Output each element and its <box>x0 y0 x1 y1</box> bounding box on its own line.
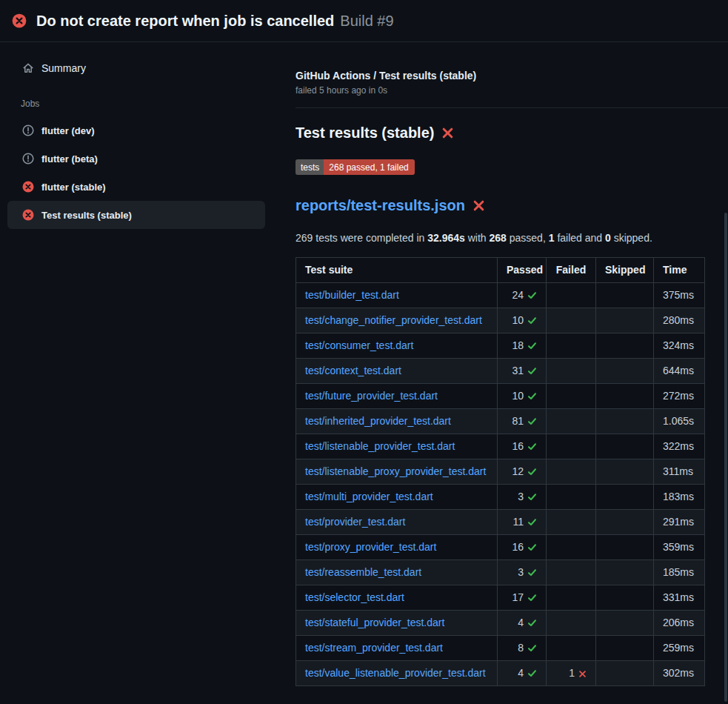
column-header-time: Time <box>654 258 705 283</box>
test-suite-link[interactable]: test/listenable_provider_test.dart <box>305 440 455 452</box>
table-row: test/future_provider_test.dart10272ms <box>296 384 705 409</box>
table-row: test/stream_provider_test.dart8259ms <box>296 636 705 661</box>
test-suite-link[interactable]: test/change_notifier_provider_test.dart <box>305 314 482 326</box>
sidebar-item-test-results-stable[interactable]: Test results (stable) <box>7 201 265 229</box>
test-results-table: Test suitePassedFailedSkippedTime test/b… <box>295 257 705 686</box>
passed-count: 16 <box>512 440 524 452</box>
test-suite-link[interactable]: test/reassemble_test.dart <box>305 566 421 578</box>
test-suite-link[interactable]: test/selector_test.dart <box>305 591 404 603</box>
failed-count: 1 <box>569 667 575 679</box>
failed-cell <box>547 434 596 459</box>
suite-cell: test/reassemble_test.dart <box>296 560 498 585</box>
suite-cell: test/listenable_proxy_provider_test.dart <box>296 459 498 485</box>
failed-cell <box>547 308 596 333</box>
suite-cell: test/change_notifier_provider_test.dart <box>296 308 498 333</box>
skipped-cell <box>596 308 654 333</box>
passed-count: 8 <box>518 642 524 654</box>
time-cell: 644ms <box>654 359 705 384</box>
failed-cell <box>547 384 596 409</box>
suite-cell: test/future_provider_test.dart <box>296 384 498 409</box>
badge-label: tests <box>295 159 324 175</box>
report-file-link[interactable]: reports/test-results.json <box>295 197 465 214</box>
passed-cell: 4 <box>498 611 547 636</box>
status-line: failed 5 hours ago in 0s <box>295 85 705 96</box>
x-icon <box>578 666 587 680</box>
suite-cell: test/context_test.dart <box>296 359 498 384</box>
passed-count: 12 <box>512 465 524 477</box>
suite-cell: test/selector_test.dart <box>296 585 498 611</box>
check-icon <box>527 591 537 605</box>
column-header-skipped: Skipped <box>596 258 654 283</box>
report-file-heading: reports/test-results.json <box>295 197 705 214</box>
skipped-cell <box>596 560 654 585</box>
job-label: flutter (beta) <box>41 153 98 165</box>
time-cell: 311ms <box>654 459 705 485</box>
check-icon <box>527 540 537 554</box>
check-icon <box>527 288 537 302</box>
skipped-cell <box>596 661 654 686</box>
table-row: test/consumer_test.dart18324ms <box>296 333 705 359</box>
test-suite-link[interactable]: test/multi_provider_test.dart <box>305 491 433 502</box>
passed-cell: 3 <box>498 560 547 585</box>
scrollbar[interactable] <box>724 213 727 702</box>
test-suite-link[interactable]: test/listenable_proxy_provider_test.dart <box>305 465 486 477</box>
test-suite-link[interactable]: test/proxy_provider_test.dart <box>305 541 436 553</box>
test-suite-link[interactable]: test/value_listenable_provider_test.dart <box>305 667 486 679</box>
time-cell: 185ms <box>654 560 705 585</box>
table-row: test/selector_test.dart17331ms <box>296 585 705 611</box>
time-cell: 259ms <box>654 636 705 661</box>
sidebar-item-summary[interactable]: Summary <box>7 54 265 82</box>
test-suite-link[interactable]: test/context_test.dart <box>305 365 401 376</box>
skipped-cell <box>596 535 654 560</box>
failed-cell <box>547 636 596 661</box>
column-header-passed: Passed <box>498 258 547 283</box>
skipped-cell <box>596 485 654 510</box>
passed-count: 3 <box>518 566 524 578</box>
sidebar-item-flutter-dev[interactable]: flutter (dev) <box>7 116 265 145</box>
failed-cell <box>547 611 596 636</box>
table-row: test/proxy_provider_test.dart16359ms <box>296 535 705 560</box>
cancelled-status-icon <box>22 153 34 165</box>
suite-cell: test/listenable_provider_test.dart <box>296 434 498 459</box>
test-suite-link[interactable]: test/builder_test.dart <box>305 289 399 301</box>
test-table-body: test/builder_test.dart24375mstest/change… <box>296 283 705 686</box>
failed-cell <box>547 409 596 434</box>
passed-cell: 3 <box>498 485 547 510</box>
summary-failed-count: 1 <box>549 232 555 244</box>
test-suite-link[interactable]: test/stream_provider_test.dart <box>305 642 443 654</box>
sidebar-item-flutter-stable[interactable]: flutter (stable) <box>7 173 265 201</box>
test-suite-link[interactable]: test/stateful_provider_test.dart <box>305 617 444 628</box>
check-icon <box>527 364 537 378</box>
failed-cell <box>547 560 596 585</box>
x-circle-icon <box>22 181 34 193</box>
skipped-cell <box>596 359 654 384</box>
failed-cell <box>547 333 596 359</box>
cancelled-status-icon <box>22 124 34 136</box>
failed-x-icon <box>472 199 485 212</box>
sidebar-item-flutter-beta[interactable]: flutter (beta) <box>7 145 265 173</box>
test-suite-link[interactable]: test/future_provider_test.dart <box>305 390 438 402</box>
passed-count: 10 <box>512 390 524 402</box>
skipped-cell <box>596 459 654 485</box>
job-label: Test results (stable) <box>41 210 132 221</box>
test-suite-link[interactable]: test/provider_test.dart <box>305 516 405 528</box>
check-icon <box>527 616 537 630</box>
table-row: test/reassemble_test.dart3185ms <box>296 560 705 585</box>
suite-cell: test/builder_test.dart <box>296 283 498 308</box>
passed-cell: 17 <box>498 585 547 611</box>
layout: Summary Jobs flutter (dev)flutter (beta)… <box>0 42 728 686</box>
passed-cell: 12 <box>498 459 547 485</box>
failed-cell: 1 <box>547 661 596 686</box>
time-cell: 302ms <box>654 661 705 686</box>
skipped-cell <box>596 510 654 535</box>
passed-cell: 81 <box>498 409 547 434</box>
time-cell: 359ms <box>654 535 705 560</box>
test-suite-link[interactable]: test/inherited_provider_test.dart <box>305 415 451 427</box>
check-icon <box>527 439 537 454</box>
passed-count: 17 <box>512 591 524 603</box>
passed-count: 3 <box>518 491 524 502</box>
x-circle-icon <box>22 209 34 221</box>
table-row: test/multi_provider_test.dart3183ms <box>296 485 705 510</box>
test-suite-link[interactable]: test/consumer_test.dart <box>305 339 413 351</box>
passed-cell: 24 <box>498 283 547 308</box>
